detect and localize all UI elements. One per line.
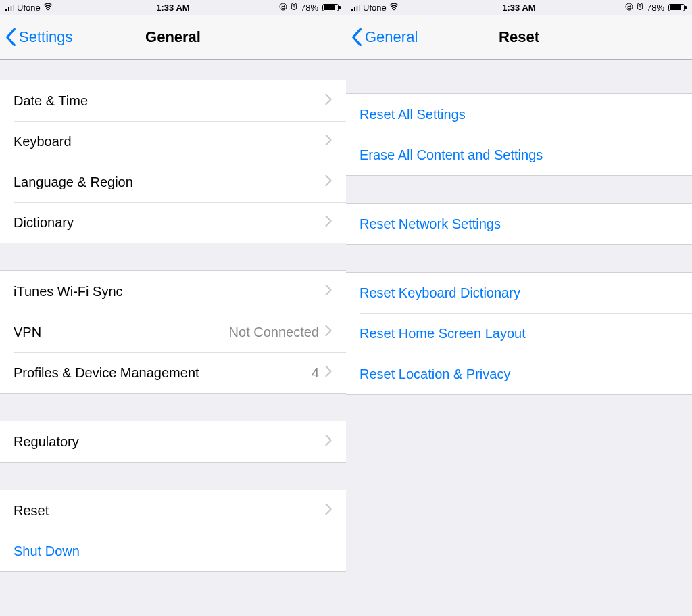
orientation-lock-icon [279,3,287,13]
row-label: Shut Down [14,544,332,559]
row-itunes-wi-fi-sync[interactable]: iTunes Wi-Fi Sync [0,271,346,312]
settings-group: Reset Network Settings [346,203,692,245]
row-label: Keyboard [14,134,324,149]
row-language-region[interactable]: Language & Region [14,162,346,202]
status-bar: Ufone 1:33 AM 78% [346,0,692,15]
row-label: Reset Keyboard Dictionary [360,285,678,301]
svg-point-4 [626,3,633,10]
nav-bar: General Reset [346,15,692,60]
carrier-label: Ufone [363,3,387,13]
wifi-icon [389,3,399,13]
page-title: General [145,28,201,46]
clock: 1:33 AM [502,3,535,13]
row-label: Dictionary [14,215,324,231]
chevron-right-icon [324,284,332,300]
settings-group: Reset All SettingsErase All Content and … [346,93,692,176]
nav-bar: Settings General [0,15,346,60]
row-label: Language & Region [14,174,324,190]
svg-point-0 [47,9,49,10]
row-dictionary[interactable]: Dictionary [14,202,346,243]
row-keyboard[interactable]: Keyboard [14,121,346,162]
back-label: General [365,28,418,46]
settings-group: Date & TimeKeyboardLanguage & RegionDict… [0,80,346,243]
signal-icon [351,4,360,11]
row-profiles-device-management[interactable]: Profiles & Device Management4 [14,352,346,393]
chevron-right-icon [324,365,332,381]
settings-group: Regulatory [0,421,346,463]
row-label: Reset Home Screen Layout [360,326,678,341]
row-reset[interactable]: Reset [0,490,346,531]
row-label: Reset Network Settings [360,216,678,232]
row-label: Date & Time [14,93,324,109]
chevron-right-icon [324,93,332,109]
alarm-icon [636,3,644,13]
row-label: VPN [14,325,229,340]
row-reset-location-privacy[interactable]: Reset Location & Privacy [360,354,692,394]
carrier-label: Ufone [17,3,41,13]
chevron-right-icon [324,434,332,450]
row-erase-all-content-and-settings[interactable]: Erase All Content and Settings [360,135,692,175]
chevron-right-icon [324,174,332,190]
orientation-lock-icon [625,3,633,13]
settings-group: iTunes Wi-Fi SyncVPNNot ConnectedProfile… [0,270,346,394]
chevron-right-icon [324,325,332,340]
alarm-icon [290,3,298,13]
row-shut-down[interactable]: Shut Down [14,531,346,571]
status-bar: Ufone 1:33 AM 78% [0,0,346,15]
back-button[interactable]: General [351,28,418,46]
signal-icon [5,4,14,11]
row-reset-home-screen-layout[interactable]: Reset Home Screen Layout [360,313,692,354]
chevron-right-icon [324,134,332,149]
svg-point-3 [393,9,395,10]
row-reset-keyboard-dictionary[interactable]: Reset Keyboard Dictionary [346,273,692,313]
settings-group: Reset Keyboard DictionaryReset Home Scre… [346,272,692,395]
row-date-time[interactable]: Date & Time [0,80,346,121]
general-settings-screen: Ufone 1:33 AM 78% Settings General Date [0,0,346,616]
back-button[interactable]: Settings [5,28,73,46]
reset-settings-screen: Ufone 1:33 AM 78% General Reset Reset Al [346,0,692,616]
clock: 1:33 AM [156,3,189,13]
battery-icon [321,4,341,11]
battery-percentage: 78% [647,3,664,13]
row-reset-network-settings[interactable]: Reset Network Settings [346,204,692,244]
battery-icon [667,4,687,11]
page-title: Reset [499,28,539,46]
row-label: Reset All Settings [360,107,678,122]
svg-point-1 [280,3,287,10]
row-label: Profiles & Device Management [14,365,312,381]
back-label: Settings [19,28,73,46]
row-regulatory[interactable]: Regulatory [0,421,346,462]
row-label: Reset Location & Privacy [360,366,678,382]
row-reset-all-settings[interactable]: Reset All Settings [346,94,692,135]
row-detail: Not Connected [229,325,319,340]
wifi-icon [43,3,53,13]
row-detail: 4 [312,365,319,381]
row-label: Regulatory [14,434,324,450]
chevron-right-icon [324,215,332,231]
settings-group: ResetShut Down [0,490,346,572]
row-label: Erase All Content and Settings [360,147,678,163]
row-vpn[interactable]: VPNNot Connected [14,312,346,352]
chevron-right-icon [324,503,332,519]
row-label: Reset [14,503,324,519]
battery-percentage: 78% [301,3,318,13]
row-label: iTunes Wi-Fi Sync [14,284,324,300]
